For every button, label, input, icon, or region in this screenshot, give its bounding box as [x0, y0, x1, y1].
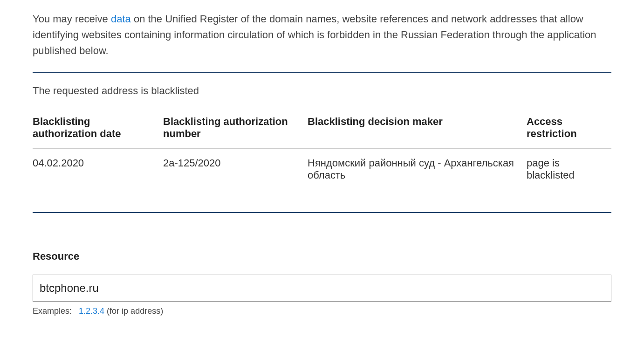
blacklist-table: Blacklisting authorization date Blacklis…	[33, 116, 611, 190]
intro-paragraph: You may receive data on the Unified Regi…	[33, 11, 611, 59]
intro-prefix: You may receive	[33, 13, 111, 25]
cell-date: 04.02.2020	[33, 149, 163, 190]
header-maker: Blacklisting decision maker	[308, 116, 527, 149]
resource-section: Resource Examples: 1.2.3.4 (for ip addre…	[33, 250, 611, 316]
section-divider	[33, 72, 611, 73]
data-link[interactable]: data	[111, 13, 131, 25]
section-divider-bottom	[33, 212, 611, 213]
resource-label: Resource	[33, 250, 611, 262]
header-restriction: Access restriction	[527, 116, 611, 149]
examples-label: Examples:	[33, 306, 72, 316]
header-number: Blacklisting authorization number	[163, 116, 308, 149]
header-date: Blacklisting authorization date	[33, 116, 163, 149]
cell-number: 2а-125/2020	[163, 149, 308, 190]
table-row: 04.02.2020 2а-125/2020 Няндомский районн…	[33, 149, 611, 190]
example-ip-link[interactable]: 1.2.3.4	[79, 306, 104, 316]
resource-input[interactable]	[33, 275, 611, 302]
examples-row: Examples: 1.2.3.4 (for ip address)	[33, 306, 611, 316]
example-ip-note: (for ip address)	[104, 306, 163, 316]
table-header-row: Blacklisting authorization date Blacklis…	[33, 116, 611, 149]
cell-maker: Няндомский районный суд - Архангельская …	[308, 149, 527, 190]
status-message: The requested address is blacklisted	[33, 85, 611, 97]
cell-restriction: page is blacklisted	[527, 149, 611, 190]
